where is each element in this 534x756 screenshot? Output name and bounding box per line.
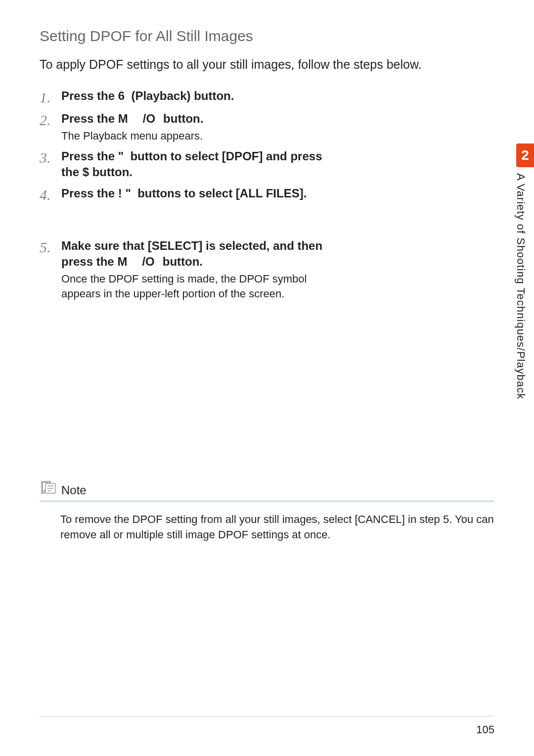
step-subtext: Once the DPOF setting is made, the DPOF … [61, 272, 336, 301]
section-heading: Setting DPOF for All Still Images [40, 28, 494, 45]
note-label: Note [61, 483, 87, 497]
step-3: 3. Press the " button to select [DPOF] a… [40, 148, 336, 181]
note-icon [40, 479, 57, 497]
step-title: Make sure that [SELECT] is selected, and… [61, 238, 336, 270]
step-number: 4. [40, 186, 61, 203]
page-number: 105 [476, 723, 494, 736]
step-title: Press the M/Obutton. [61, 111, 336, 127]
chapter-tab: 2 [516, 143, 534, 167]
chapter-side-label: A Variety of Shooting Techniques/Playbac… [514, 173, 527, 399]
step-5: 5. Make sure that [SELECT] is selected, … [40, 238, 336, 301]
step-number: 1. [40, 88, 61, 106]
page-footer: 105 [40, 716, 494, 736]
step-subtext: The Playback menu appears. [61, 129, 336, 143]
step-4: 4. Press the ! " buttons to select [ALL … [40, 186, 336, 203]
note-text: To remove the DPOF setting from all your… [40, 512, 494, 543]
step-title: Press the " button to select [DPOF] and … [61, 148, 336, 181]
page: Setting DPOF for All Still Images To app… [0, 0, 534, 756]
step-title: Press the 6 (Playback) button. [61, 88, 336, 104]
step-title: Press the ! " buttons to select [ALL FIL… [61, 186, 336, 201]
note-rule [40, 500, 494, 502]
step-number: 2. [40, 111, 61, 129]
step-number: 5. [40, 238, 61, 256]
step-2: 2. Press the M/Obutton. The Playback men… [40, 111, 336, 143]
note-section: Note To remove the DPOF setting from all… [40, 479, 494, 543]
step-number: 3. [40, 148, 61, 166]
intro-paragraph: To apply DPOF settings to all your still… [40, 56, 494, 73]
step-1: 1. Press the 6 (Playback) button. [40, 88, 336, 106]
steps-list: 1. Press the 6 (Playback) button. 2. Pre… [40, 88, 494, 301]
